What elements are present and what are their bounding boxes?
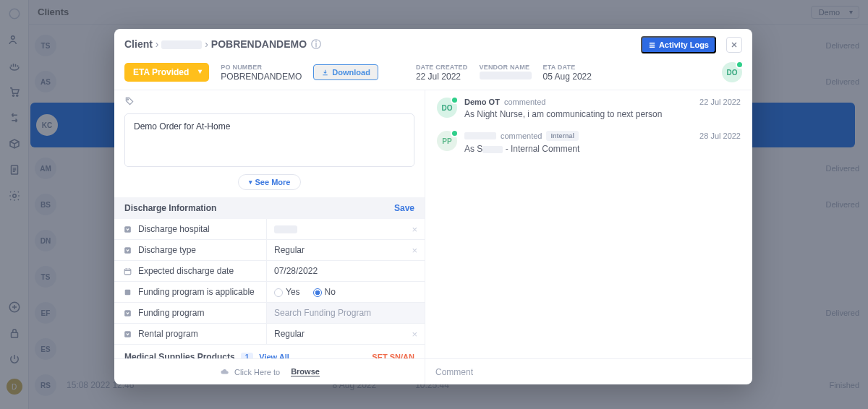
breadcrumb: Client › › POBRENDANDEMO ⓘ: [124, 38, 321, 51]
comment-date: 22 Jul 2022: [699, 98, 741, 106]
funding-applicable-no[interactable]: No: [313, 287, 336, 297]
left-pane: Demo Order for At-Home See More Discharg…: [114, 90, 425, 358]
comment-action: commented: [504, 98, 545, 106]
breadcrumb-leaf: POBRENDANDEMO: [211, 38, 307, 50]
field-discharge-type: Discharge type Regular×: [114, 240, 425, 261]
download-icon: [321, 69, 329, 77]
chevron-down-icon: [123, 225, 132, 234]
funding-applicable-yes[interactable]: Yes: [274, 287, 300, 297]
products-section-head: Medical Supplies Products 1 View All SET…: [114, 345, 425, 358]
svg-rect-12: [125, 289, 131, 295]
discharge-section-head: Discharge Information Save: [114, 197, 425, 219]
svg-rect-13: [124, 310, 131, 317]
browse-button[interactable]: Browse: [291, 367, 320, 376]
right-pane: DO Demo OTcommented22 Jul 2022 As Night …: [425, 90, 752, 358]
comment-text: As S - Internal Comment: [464, 144, 741, 154]
chevron-down-icon: [123, 330, 132, 339]
svg-rect-11: [124, 269, 131, 275]
field-discharge-date: Expected discharge date 07/28/2022: [114, 261, 425, 282]
client-order-modal: Client › › POBRENDANDEMO ⓘ Activity Logs…: [114, 29, 752, 384]
info-icon[interactable]: ⓘ: [311, 38, 321, 50]
field-funding-program: Funding program Search Funding Program: [114, 303, 425, 324]
comment-author: [464, 132, 496, 139]
set-sn-an-button[interactable]: SET SN/AN: [372, 353, 414, 358]
discharge-hospital-input[interactable]: ×: [266, 219, 425, 239]
svg-rect-9: [124, 226, 131, 233]
clear-icon[interactable]: ×: [412, 245, 417, 256]
svg-rect-10: [124, 247, 131, 254]
funding-program-input[interactable]: Search Funding Program: [266, 303, 425, 323]
download-button[interactable]: Download: [313, 64, 378, 80]
comment-action: commented: [501, 132, 542, 140]
chevron-down-icon: [123, 246, 132, 255]
products-count-badge: 1: [241, 353, 254, 359]
assigned-user-avatar[interactable]: DO: [722, 62, 742, 82]
calendar-icon: [123, 267, 132, 276]
field-funding-applicable: Funding program is applicable Yes No: [114, 282, 425, 303]
discharge-date-input[interactable]: 07/28/2022: [266, 261, 425, 281]
comment-avatar: DO: [437, 98, 457, 118]
chevron-down-icon: [123, 309, 132, 318]
breadcrumb-client-name[interactable]: [161, 40, 202, 49]
see-more-button[interactable]: See More: [238, 174, 302, 190]
close-icon: [730, 40, 739, 49]
upload-area[interactable]: Click Here to Browse: [114, 359, 425, 384]
products-view-all-button[interactable]: View All: [259, 353, 289, 358]
vendor-name: VENDOR NAME: [480, 64, 532, 82]
comment-author: Demo OT: [464, 98, 500, 106]
comment-input[interactable]: Comment: [425, 359, 752, 384]
comment: PP commentedInternal28 Jul 2022 As S - I…: [437, 131, 741, 154]
cloud-upload-icon: [219, 368, 230, 376]
po-number: PO NUMBER POBRENDANDEMO: [221, 64, 302, 82]
activity-logs-button[interactable]: Activity Logs: [641, 36, 716, 53]
square-icon: [123, 288, 132, 297]
comment-date: 28 Jul 2022: [699, 132, 741, 140]
field-discharge-hospital: Discharge hospital ×: [114, 219, 425, 240]
comments-list: DO Demo OTcommented22 Jul 2022 As Night …: [425, 90, 752, 358]
rental-program-select[interactable]: Regular×: [266, 324, 425, 344]
eta-date: ETA DATE 05 Aug 2022: [543, 64, 592, 82]
tag-icon: [124, 96, 414, 106]
breadcrumb-root[interactable]: Client: [124, 38, 153, 50]
clear-icon[interactable]: ×: [412, 224, 417, 235]
comment: DO Demo OTcommented22 Jul 2022 As Night …: [437, 98, 741, 119]
order-status-select[interactable]: ETA Provided: [124, 63, 209, 82]
field-rental-program: Rental program Regular×: [114, 324, 425, 345]
list-icon: [648, 41, 656, 49]
svg-point-8: [127, 99, 129, 100]
close-button[interactable]: [726, 37, 742, 53]
clear-icon[interactable]: ×: [412, 329, 417, 340]
comment-avatar: PP: [437, 131, 457, 151]
discharge-save-button[interactable]: Save: [394, 203, 414, 213]
internal-badge: Internal: [546, 131, 579, 141]
comment-text: As Night Nurse, i am communicating to ne…: [464, 109, 741, 119]
discharge-type-select[interactable]: Regular×: [266, 240, 425, 260]
order-note[interactable]: Demo Order for At-Home: [124, 113, 414, 167]
vendor-name-value: [480, 72, 532, 79]
tag-row[interactable]: [114, 90, 425, 109]
svg-rect-14: [124, 331, 131, 337]
date-created: DATE CREATED 22 Jul 2022: [416, 64, 468, 82]
